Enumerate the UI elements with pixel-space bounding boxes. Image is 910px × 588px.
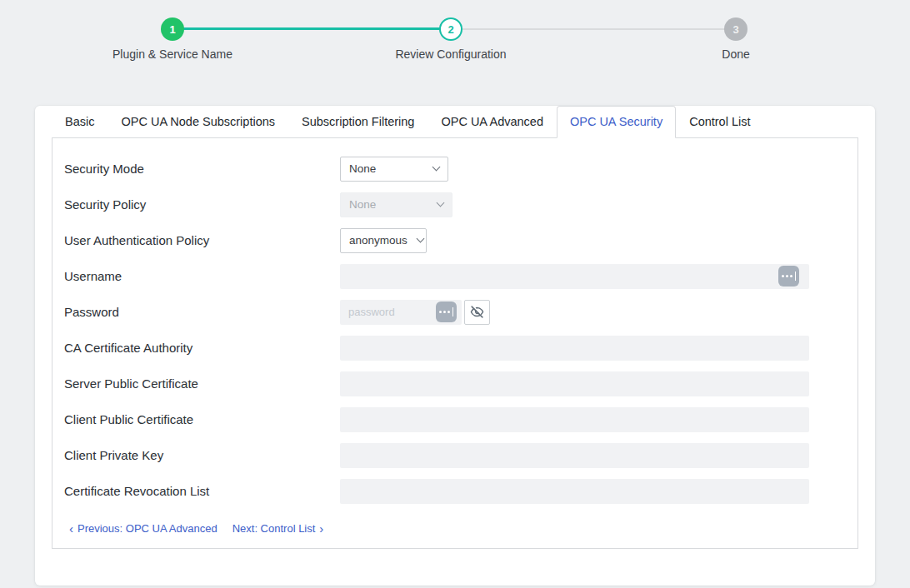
chevron-right-icon: › (319, 523, 323, 534)
server-public-certificate-label: Server Public Certificate (64, 376, 340, 391)
form-row: Security Mode None (52, 151, 858, 187)
tab-opcua-node-subscriptions[interactable]: OPC UA Node Subscriptions (108, 106, 288, 138)
form-row: Security Policy None (52, 187, 858, 222)
security-mode-select[interactable]: None (340, 157, 448, 182)
user-auth-policy-select[interactable]: anonymous (340, 228, 427, 253)
ca-certificate-authority-label: CA Certificate Authority (64, 341, 340, 355)
step-3-label: Done (628, 47, 844, 61)
tab-opcua-advanced[interactable]: OPC UA Advanced (428, 106, 557, 138)
security-policy-label: Security Policy (64, 197, 340, 212)
certificate-revocation-list-input[interactable] (340, 479, 809, 504)
tab-control-list[interactable]: Control List (676, 106, 763, 138)
dot (448, 311, 450, 313)
panel-footer-nav: ‹ Previous: OPC UA Advanced Next: Contro… (69, 522, 858, 535)
previous-tab-link[interactable]: ‹ Previous: OPC UA Advanced (69, 522, 222, 535)
stepper-line-upcoming (462, 28, 725, 30)
form-row: Password (52, 294, 858, 330)
client-private-key-input[interactable] (340, 443, 809, 468)
tab-basic[interactable]: Basic (52, 106, 108, 138)
cursor-bar (795, 272, 797, 281)
cursor-bar (452, 307, 454, 316)
wizard-stepper: 1 2 3 Plugin & Service Name Review Confi… (0, 0, 910, 89)
form-row: Client Private Key (52, 437, 858, 473)
dot (782, 275, 784, 277)
password-label: Password (64, 305, 340, 319)
chevron-down-icon (416, 235, 424, 243)
tab-bar: Basic OPC UA Node Subscriptions Subscrip… (52, 106, 858, 138)
chevron-down-icon (432, 163, 441, 172)
toggle-password-visibility-button[interactable] (464, 300, 490, 325)
security-form: Security Mode None Security Policy None (52, 138, 858, 509)
username-input[interactable] (340, 264, 809, 289)
expand-editor-icon[interactable] (778, 266, 799, 287)
form-row: User Authentication Policy anonymous (52, 222, 858, 258)
certificate-revocation-list-label: Certificate Revocation List (64, 484, 340, 498)
tab-opcua-security[interactable]: OPC UA Security (557, 106, 676, 138)
user-auth-policy-label: User Authentication Policy (64, 233, 340, 247)
chevron-down-icon (437, 199, 445, 207)
config-card: Basic OPC UA Node Subscriptions Subscrip… (35, 106, 875, 586)
step-2-label: Review Configuration (342, 47, 559, 61)
server-public-certificate-input[interactable] (340, 371, 809, 396)
dot (443, 311, 446, 313)
step-2-circle[interactable]: 2 (439, 17, 462, 41)
form-row: Username (52, 258, 858, 294)
security-policy-value: None (349, 198, 376, 211)
stepper-line-complete (183, 27, 440, 30)
tab-panel-opcua-security: Security Mode None Security Policy None (52, 137, 858, 549)
security-mode-label: Security Mode (64, 162, 340, 176)
step-1-label: Plugin & Service Name (64, 47, 281, 61)
eye-slash-icon (470, 305, 484, 319)
client-public-certificate-label: Client Public Certificate (64, 412, 340, 426)
security-policy-select: None (340, 192, 452, 217)
chevron-left-icon: ‹ (69, 523, 73, 534)
security-mode-value: None (349, 162, 376, 175)
form-row: Client Public Certificate (52, 401, 858, 437)
form-row: CA Certificate Authority (52, 330, 858, 366)
user-auth-policy-value: anonymous (349, 234, 408, 247)
dot (790, 275, 792, 277)
next-tab-link[interactable]: Next: Control List › (228, 522, 324, 535)
tab-subscription-filtering[interactable]: Subscription Filtering (288, 106, 428, 138)
form-row: Server Public Certificate (52, 366, 858, 401)
client-public-certificate-input[interactable] (340, 407, 809, 432)
step-1-circle[interactable]: 1 (161, 17, 184, 41)
previous-tab-label: Previous: OPC UA Advanced (78, 522, 218, 535)
step-3-circle[interactable]: 3 (724, 17, 748, 41)
dot (786, 275, 788, 277)
expand-editor-icon[interactable] (436, 301, 457, 322)
client-private-key-label: Client Private Key (64, 448, 340, 462)
dot (439, 311, 442, 313)
next-tab-label: Next: Control List (232, 522, 316, 535)
form-row: Certificate Revocation List (52, 473, 858, 509)
username-label: Username (64, 269, 340, 283)
ca-certificate-authority-input[interactable] (340, 336, 809, 361)
